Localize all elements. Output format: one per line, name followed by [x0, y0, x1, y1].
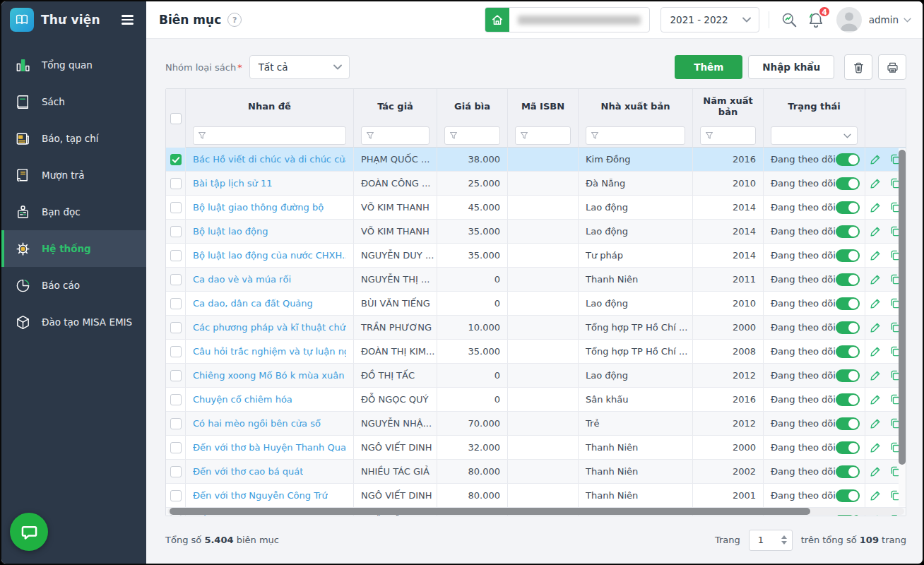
- book-title-link[interactable]: Bác Hồ viết di chúc và di chúc của...: [193, 154, 346, 165]
- row-checkbox[interactable]: [170, 418, 182, 429]
- sidebar-item-he-thong[interactable]: Hệ thống: [1, 230, 146, 267]
- horizontal-scrollbar[interactable]: [167, 508, 904, 515]
- year-filter-input[interactable]: [700, 126, 756, 145]
- status-toggle-on[interactable]: [836, 273, 860, 286]
- row-checkbox[interactable]: [170, 178, 182, 189]
- row-checkbox[interactable]: [170, 490, 182, 501]
- book-title-link[interactable]: Đến với thơ bà Huyện Thanh Quan: [193, 442, 346, 453]
- status-toggle-on[interactable]: [836, 441, 860, 454]
- row-checkbox[interactable]: [170, 394, 182, 405]
- publisher-filter-input[interactable]: [586, 126, 685, 145]
- pencil-icon[interactable]: [870, 225, 882, 237]
- book-title-link[interactable]: Câu hỏi trắc nghiệm và tự luận ng...: [193, 346, 346, 357]
- page-up-icon[interactable]: [781, 535, 787, 539]
- sidebar-item-muon-tra[interactable]: Mượn trả: [1, 157, 146, 194]
- status-toggle-on[interactable]: [836, 153, 860, 166]
- table-row[interactable]: Có hai mèo ngồi bên cửa sổ NGUYỄN NHẬ...…: [166, 412, 906, 436]
- bell-icon[interactable]: 4: [805, 9, 827, 30]
- row-checkbox[interactable]: [170, 466, 182, 477]
- col-year[interactable]: Năm xuất bản: [693, 89, 764, 124]
- status-toggle-on[interactable]: [836, 489, 860, 502]
- avatar-icon[interactable]: [836, 7, 862, 32]
- page-down-icon[interactable]: [781, 541, 787, 545]
- status-toggle-on[interactable]: [836, 321, 860, 334]
- row-checkbox[interactable]: [170, 346, 182, 357]
- title-filter-input[interactable]: [193, 126, 346, 145]
- book-title-link[interactable]: Đến với thơ cao bá quát: [193, 466, 303, 477]
- row-checkbox[interactable]: [170, 274, 182, 285]
- book-title-link[interactable]: Bộ luật lao động: [193, 226, 268, 237]
- row-checkbox[interactable]: [170, 298, 182, 309]
- vertical-scrollbar[interactable]: [899, 148, 906, 506]
- pencil-icon[interactable]: [870, 393, 882, 405]
- col-isbn[interactable]: Mã ISBN: [508, 89, 579, 124]
- book-title-link[interactable]: Bộ luật lao động của nước CHXH...: [193, 250, 346, 261]
- status-toggle-on[interactable]: [836, 393, 860, 406]
- col-author[interactable]: Tác giả: [354, 89, 437, 124]
- book-title-link[interactable]: Chuyện cổ chiêm hóa: [193, 394, 292, 405]
- pencil-icon[interactable]: [870, 465, 882, 477]
- page-number-input[interactable]: 1: [749, 530, 793, 551]
- pencil-icon[interactable]: [870, 297, 882, 309]
- select-all-checkbox[interactable]: [170, 113, 182, 124]
- book-title-link[interactable]: Bộ luật giao thông đường bộ: [193, 202, 324, 213]
- pencil-icon[interactable]: [870, 273, 882, 285]
- book-title-link[interactable]: Bài tập lịch sử 11: [193, 178, 273, 189]
- vertical-scrollbar-thumb[interactable]: [899, 150, 906, 465]
- sidebar-item-sach[interactable]: Sách: [1, 83, 146, 120]
- table-row[interactable]: Chiêng xoong Mố Bó k mùa xuân ĐỒ THỊ TẤC…: [166, 364, 906, 388]
- pencil-icon[interactable]: [870, 153, 882, 165]
- col-publisher[interactable]: Nhà xuất bản: [579, 89, 693, 124]
- status-toggle-on[interactable]: [836, 177, 860, 190]
- table-row[interactable]: Ca dao vè và múa rối NGUYỄN THỊ ... 0 Th…: [166, 268, 906, 292]
- table-row[interactable]: Bộ luật lao động của nước CHXH... NGUYỄN…: [166, 244, 906, 268]
- pencil-icon[interactable]: [870, 249, 882, 261]
- row-checkbox[interactable]: [170, 370, 182, 381]
- status-toggle-on[interactable]: [836, 465, 860, 478]
- table-row[interactable]: Bộ luật lao động VÕ KIM THANH 35.000 Lao…: [166, 220, 906, 244]
- status-toggle-on[interactable]: [836, 369, 860, 382]
- row-checkbox[interactable]: [170, 250, 182, 261]
- table-row[interactable]: Đến với thơ Nguyễn Công Trứ NGÔ VIẾT DIN…: [166, 484, 906, 508]
- status-toggle-on[interactable]: [836, 249, 860, 262]
- sidebar-item-tong-quan[interactable]: Tổng quan: [1, 47, 146, 83]
- sidebar-item-bao-cao[interactable]: Báo cáo: [1, 267, 146, 304]
- book-title-link[interactable]: Đến với thơ Nguyễn Công Trứ: [193, 490, 328, 501]
- price-filter-input[interactable]: [444, 126, 500, 145]
- status-toggle-on[interactable]: [836, 417, 860, 430]
- sidebar-item-ban-doc[interactable]: Bạn đọc: [1, 194, 146, 230]
- row-checkbox[interactable]: [170, 202, 182, 213]
- col-status[interactable]: Trạng thái: [764, 89, 865, 124]
- status-filter-select[interactable]: [771, 126, 858, 145]
- user-menu[interactable]: admin: [869, 14, 911, 25]
- pencil-icon[interactable]: [870, 177, 882, 189]
- table-row[interactable]: Ca dao, dân ca đất Quảng BÙI VĂN TIẾNG 0…: [166, 292, 906, 316]
- book-group-select[interactable]: Tất cả: [249, 55, 350, 79]
- table-row[interactable]: Bài tập lịch sử 11 ĐOÀN CÔNG ... 25.000 …: [166, 172, 906, 196]
- status-toggle-on[interactable]: [836, 201, 860, 214]
- row-checkbox[interactable]: [170, 226, 182, 237]
- author-filter-input[interactable]: [361, 126, 430, 145]
- table-row[interactable]: Chuyện cổ chiêm hóa ĐỖ NGỌC QUÝ 0 Sân kh…: [166, 388, 906, 412]
- trash-icon[interactable]: [844, 54, 872, 80]
- hamburger-icon[interactable]: [119, 12, 136, 27]
- status-toggle-on[interactable]: [836, 225, 860, 238]
- add-button[interactable]: Thêm: [675, 55, 742, 79]
- pencil-icon[interactable]: [870, 417, 882, 429]
- table-row[interactable]: Bác Hồ viết di chúc và di chúc của... PH…: [166, 148, 906, 172]
- chat-bubble-icon[interactable]: [10, 513, 48, 551]
- row-checkbox[interactable]: [170, 442, 182, 453]
- school-selector-button[interactable]: [485, 7, 650, 32]
- pencil-icon[interactable]: [870, 489, 882, 501]
- pencil-icon[interactable]: [870, 321, 882, 333]
- table-row[interactable]: Đến với thơ bà Huyện Thanh Quan NGÔ VIẾT…: [166, 436, 906, 460]
- school-year-select[interactable]: 2021 - 2022: [661, 7, 759, 32]
- search-insight-icon[interactable]: [778, 9, 800, 30]
- isbn-filter-input[interactable]: [515, 126, 571, 145]
- pencil-icon[interactable]: [870, 369, 882, 381]
- book-title-link[interactable]: Các phương pháp và kĩ thuật chứn...: [193, 322, 346, 333]
- help-icon[interactable]: ?: [227, 13, 242, 27]
- row-checkbox[interactable]: [170, 322, 182, 333]
- book-title-link[interactable]: Ca dao vè và múa rối: [193, 274, 291, 285]
- col-title[interactable]: Nhan đề: [186, 89, 354, 124]
